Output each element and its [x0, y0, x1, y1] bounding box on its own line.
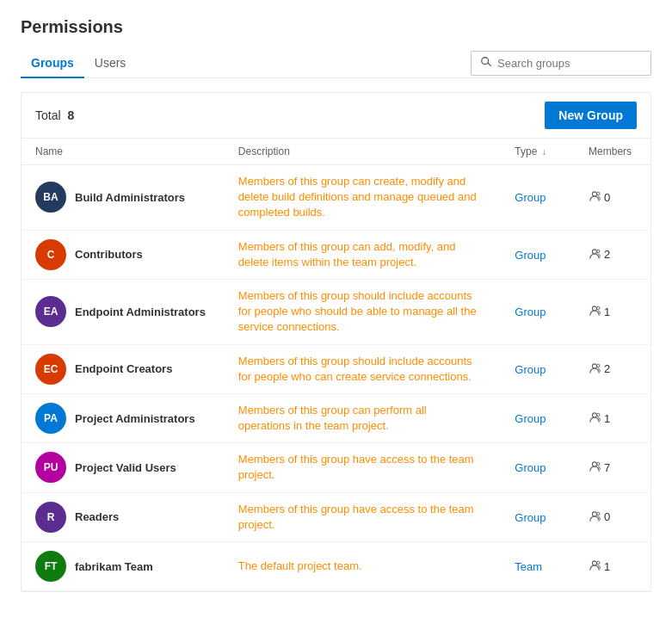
members-cell: 1 [575, 279, 650, 344]
type-cell: Group [501, 492, 575, 541]
description-cell: The default project team. [225, 542, 502, 591]
type-cell: Group [501, 443, 575, 492]
members-cell: 0 [575, 492, 650, 541]
total-text: Total [35, 108, 61, 122]
members-count: 2 [604, 362, 610, 375]
avatar: EC [35, 354, 66, 385]
table-row[interactable]: C Contributors Members of this group can… [22, 230, 650, 279]
group-type: Group [515, 249, 546, 262]
name-cell: PU Project Valid Users [22, 443, 225, 492]
members-icon [589, 248, 601, 262]
name-cell: FT fabrikam Team [22, 542, 225, 591]
group-description: Members of this group can add, modify, a… [238, 239, 479, 270]
description-cell: Members of this group should include acc… [225, 344, 502, 393]
table-row[interactable]: PA Project Administrators Members of thi… [22, 393, 650, 442]
members-cell: 1 [575, 542, 650, 591]
sort-icon: ↓ [542, 147, 546, 157]
svg-point-7 [593, 364, 597, 368]
tab-users[interactable]: Users [84, 49, 137, 78]
table-header: Name Description Type ↓ Members [22, 139, 650, 165]
search-icon [480, 56, 492, 71]
name-cell: R Readers [22, 492, 225, 541]
description-cell: Members of this group should include acc… [225, 279, 502, 344]
avatar: FT [35, 551, 66, 582]
group-name: Readers [75, 510, 119, 523]
table-row[interactable]: FT fabrikam Team The default project tea… [22, 542, 650, 591]
table-row[interactable]: EC Endpoint Creators Members of this gro… [22, 344, 650, 393]
tab-groups[interactable]: Groups [21, 49, 84, 78]
page-title: Permissions [21, 17, 651, 37]
group-name: Project Valid Users [75, 461, 176, 474]
members-count: 0 [604, 510, 610, 523]
svg-point-15 [593, 561, 597, 565]
members-count: 1 [604, 306, 610, 318]
svg-point-0 [482, 58, 489, 65]
svg-point-5 [593, 306, 597, 311]
type-cell: Group [501, 230, 575, 279]
type-cell: Group [501, 279, 575, 344]
avatar: C [35, 239, 66, 270]
name-cell: EC Endpoint Creators [22, 344, 225, 393]
members-cell: 7 [575, 443, 650, 492]
tabs: Groups Users [21, 49, 136, 77]
members-count: 7 [604, 461, 610, 474]
group-name: Contributors [75, 248, 143, 261]
page-container: Permissions Groups Users Total 8 New Gro… [0, 0, 672, 642]
total-count-label: Total 8 [35, 108, 74, 122]
col-header-name: Name [22, 139, 225, 165]
name-cell: BA Build Administrators [22, 165, 225, 231]
type-cell: Group [501, 393, 575, 442]
members-icon [589, 559, 601, 573]
members-cell: 2 [575, 344, 650, 393]
table-header-row: Total 8 New Group [22, 93, 650, 139]
header-row: Groups Users [21, 49, 651, 78]
group-name: Endpoint Administrators [75, 306, 206, 318]
name-cell: C Contributors [22, 230, 225, 279]
svg-point-9 [593, 413, 597, 417]
content-area: Total 8 New Group Name Description Type … [21, 92, 651, 592]
group-name: Project Administrators [75, 412, 195, 425]
total-number: 8 [67, 108, 74, 122]
members-cell: 0 [575, 165, 650, 231]
col-header-type[interactable]: Type ↓ [501, 139, 575, 165]
description-cell: Members of this group can add, modify, a… [225, 230, 502, 279]
col-header-members: Members [575, 139, 650, 165]
members-icon [589, 460, 601, 474]
members-icon [589, 411, 601, 425]
group-description: Members of this group have access to the… [238, 452, 479, 483]
group-name: Build Administrators [75, 191, 185, 204]
group-type: Group [515, 363, 546, 376]
name-cell: EA Endpoint Administrators [22, 279, 225, 344]
description-cell: Members of this group can perform all op… [225, 393, 502, 442]
name-cell: PA Project Administrators [22, 393, 225, 442]
svg-point-1 [593, 192, 597, 196]
group-name: fabrikam Team [75, 560, 153, 573]
members-count: 0 [604, 191, 610, 204]
type-cell: Group [501, 344, 575, 393]
search-input[interactable] [497, 57, 642, 70]
avatar: PA [35, 403, 66, 434]
table-row[interactable]: R Readers Members of this group have acc… [22, 492, 650, 541]
avatar: PU [35, 452, 66, 483]
group-name: Endpoint Creators [75, 362, 172, 375]
group-description: The default project team. [238, 559, 479, 574]
table-row[interactable]: PU Project Valid Users Members of this g… [22, 443, 650, 492]
group-type: Group [515, 306, 546, 318]
table-row[interactable]: BA Build Administrators Members of this … [22, 165, 650, 231]
members-icon [589, 362, 601, 376]
group-description: Members of this group can perform all op… [238, 403, 479, 434]
members-icon [589, 305, 601, 318]
members-count: 1 [604, 560, 610, 573]
members-count: 2 [604, 248, 610, 261]
group-type: Group [515, 511, 546, 524]
search-box [471, 51, 651, 76]
svg-point-11 [593, 462, 597, 466]
description-cell: Members of this group have access to the… [225, 443, 502, 492]
col-header-description: Description [225, 139, 502, 165]
description-cell: Members of this group have access to the… [225, 492, 502, 541]
new-group-button[interactable]: New Group [545, 102, 637, 129]
group-type: Team [515, 560, 542, 573]
group-description: Members of this group have access to the… [238, 502, 479, 533]
group-description: Members of this group can create, modify… [238, 174, 479, 221]
table-row[interactable]: EA Endpoint Administrators Members of th… [22, 279, 650, 344]
